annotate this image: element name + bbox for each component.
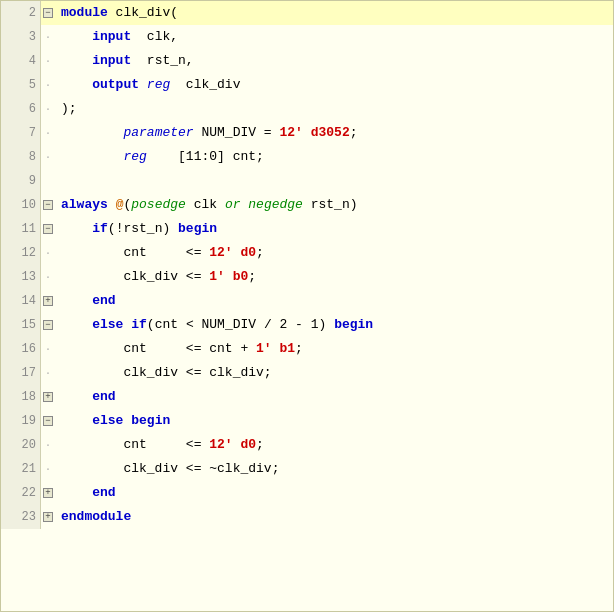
line-content: clk_div <= 1' b0; [55, 265, 613, 289]
fold-marker[interactable]: − [41, 217, 55, 241]
line-number: 3 [1, 25, 41, 49]
line-number: 2 [1, 1, 41, 25]
fold-marker: · [41, 241, 55, 265]
code-line: 15− else if(cnt < NUM_DIV / 2 - 1) begin [1, 313, 613, 337]
line-number: 17 [1, 361, 41, 385]
line-content: else if(cnt < NUM_DIV / 2 - 1) begin [55, 313, 613, 337]
line-content: cnt <= 12' d0; [55, 241, 613, 265]
line-content: always @(posedge clk or negedge rst_n) [55, 193, 613, 217]
line-content: else begin [55, 409, 613, 433]
line-number: 13 [1, 265, 41, 289]
line-number: 7 [1, 121, 41, 145]
code-line: 14+ end [1, 289, 613, 313]
fold-marker[interactable]: + [41, 481, 55, 505]
fold-marker[interactable]: − [41, 313, 55, 337]
line-number: 16 [1, 337, 41, 361]
code-editor: 2−module clk_div(3· input clk,4· input r… [0, 0, 614, 612]
line-content: input rst_n, [55, 49, 613, 73]
line-number: 22 [1, 481, 41, 505]
line-number: 15 [1, 313, 41, 337]
code-line: 10−always @(posedge clk or negedge rst_n… [1, 193, 613, 217]
fold-marker: · [41, 121, 55, 145]
fold-marker: · [41, 361, 55, 385]
line-number: 18 [1, 385, 41, 409]
code-line: 8· reg [11:0] cnt; [1, 145, 613, 169]
line-number: 10 [1, 193, 41, 217]
fold-marker[interactable]: − [41, 1, 55, 25]
fold-marker[interactable]: + [41, 505, 55, 529]
line-number: 14 [1, 289, 41, 313]
line-content [55, 169, 613, 193]
code-line: 17· clk_div <= clk_div; [1, 361, 613, 385]
fold-marker: · [41, 433, 55, 457]
line-number: 8 [1, 145, 41, 169]
line-content: clk_div <= clk_div; [55, 361, 613, 385]
code-line: 9 [1, 169, 613, 193]
fold-marker: · [41, 265, 55, 289]
line-number: 19 [1, 409, 41, 433]
line-content: end [55, 385, 613, 409]
line-content: ); [55, 97, 613, 121]
code-line: 13· clk_div <= 1' b0; [1, 265, 613, 289]
line-content: clk_div <= ~clk_div; [55, 457, 613, 481]
line-content: endmodule [55, 505, 613, 529]
line-number: 20 [1, 433, 41, 457]
code-line: 3· input clk, [1, 25, 613, 49]
fold-marker [41, 169, 55, 193]
fold-marker[interactable]: − [41, 409, 55, 433]
code-line: 11− if(!rst_n) begin [1, 217, 613, 241]
fold-marker: · [41, 49, 55, 73]
code-line: 21· clk_div <= ~clk_div; [1, 457, 613, 481]
line-number: 12 [1, 241, 41, 265]
line-content: cnt <= 12' d0; [55, 433, 613, 457]
code-line: 6·); [1, 97, 613, 121]
line-content: output reg clk_div [55, 73, 613, 97]
line-number: 4 [1, 49, 41, 73]
line-content: input clk, [55, 25, 613, 49]
code-line: 20· cnt <= 12' d0; [1, 433, 613, 457]
fold-marker[interactable]: + [41, 385, 55, 409]
line-content: reg [11:0] cnt; [55, 145, 613, 169]
fold-marker: · [41, 457, 55, 481]
line-content: end [55, 289, 613, 313]
line-number: 23 [1, 505, 41, 529]
fold-marker: · [41, 73, 55, 97]
fold-marker: · [41, 25, 55, 49]
fold-marker[interactable]: − [41, 193, 55, 217]
line-number: 21 [1, 457, 41, 481]
fold-marker: · [41, 145, 55, 169]
line-content: module clk_div( [55, 1, 613, 25]
code-line: 4· input rst_n, [1, 49, 613, 73]
line-content: if(!rst_n) begin [55, 217, 613, 241]
code-line: 16· cnt <= cnt + 1' b1; [1, 337, 613, 361]
line-content: end [55, 481, 613, 505]
fold-marker: · [41, 337, 55, 361]
code-line: 18+ end [1, 385, 613, 409]
code-line: 7· parameter NUM_DIV = 12' d3052; [1, 121, 613, 145]
code-line: 5· output reg clk_div [1, 73, 613, 97]
line-content: cnt <= cnt + 1' b1; [55, 337, 613, 361]
code-line: 23+endmodule [1, 505, 613, 529]
code-line: 19− else begin [1, 409, 613, 433]
line-number: 5 [1, 73, 41, 97]
code-line: 2−module clk_div( [1, 1, 613, 25]
line-number: 9 [1, 169, 41, 193]
fold-marker[interactable]: + [41, 289, 55, 313]
code-line: 12· cnt <= 12' d0; [1, 241, 613, 265]
line-number: 11 [1, 217, 41, 241]
code-line: 22+ end [1, 481, 613, 505]
fold-marker: · [41, 97, 55, 121]
line-content: parameter NUM_DIV = 12' d3052; [55, 121, 613, 145]
line-number: 6 [1, 97, 41, 121]
